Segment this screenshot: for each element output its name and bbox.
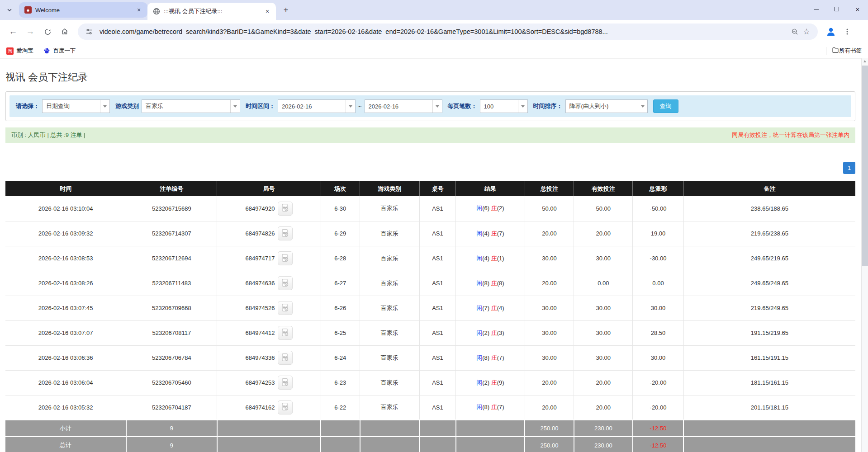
page-scrollbar[interactable] — [861, 58, 868, 452]
window-maximize-button[interactable] — [826, 0, 847, 18]
table-summary-row: 小计9250.00230.00-12.50 — [5, 420, 855, 437]
summary-total-bet: 250.00 — [525, 437, 574, 452]
window-minimize-button[interactable] — [806, 0, 826, 18]
cell-bet-id: 523206704187 — [126, 395, 217, 420]
all-bookmarks[interactable]: 所有书签 — [826, 47, 862, 55]
date-end-value: 2026-02-16 — [365, 103, 432, 110]
summary-round — [217, 437, 321, 452]
video-replay-button[interactable] — [278, 326, 293, 340]
summary-session — [321, 437, 360, 452]
cell-total-bet: 30.00 — [525, 296, 574, 320]
bet-records-table: 时间 注单编号 局号 场次 游戏类别 桌号 结果 总投注 有效投注 总派彩 备注… — [5, 181, 855, 452]
video-replay-button[interactable] — [278, 251, 293, 265]
video-replay-button[interactable] — [278, 376, 293, 390]
filter-panel: 请选择： 日期查询 游戏类别 百家乐 时间区间： 2026-02-16 ~ 20… — [5, 91, 855, 121]
bookmark-baidu[interactable]: 百度一下 — [43, 47, 76, 55]
site-settings-icon[interactable] — [83, 26, 95, 38]
dropdown-trigger-icon[interactable] — [432, 100, 442, 113]
result-player: 闲 — [476, 330, 482, 336]
video-replay-button[interactable] — [278, 202, 293, 216]
cell-table-no: AS1 — [419, 320, 456, 345]
bookmark-star-icon[interactable]: ☆ — [801, 26, 812, 38]
home-button[interactable] — [57, 24, 72, 39]
video-replay-button[interactable] — [278, 301, 293, 315]
tab-close-icon[interactable]: × — [135, 6, 143, 14]
game-kind-select[interactable]: 百家乐 — [142, 99, 240, 113]
page-size-select[interactable]: 100 — [480, 99, 528, 113]
cell-valid-bet: 30.00 — [574, 296, 633, 320]
header-valid-bet: 有效投注 — [574, 181, 633, 196]
new-tab-button[interactable]: + — [280, 4, 292, 16]
table-footer: 小计9250.00230.00-12.50总计9250.00230.00-12.… — [5, 420, 855, 452]
video-replay-button[interactable] — [278, 276, 293, 290]
scrollbar-up-arrow-icon[interactable] — [862, 58, 868, 65]
cell-result: 闲(4) 庄(7) — [456, 221, 525, 246]
browser-menu-icon[interactable] — [841, 26, 853, 38]
cell-table-no: AS1 — [419, 296, 456, 320]
zoom-out-icon[interactable] — [789, 26, 801, 38]
cell-bet-id: 523206715689 — [126, 196, 217, 221]
reload-button[interactable] — [40, 24, 55, 39]
cell-result: 闲(8) 庄(8) — [456, 271, 525, 296]
profile-avatar-icon[interactable] — [825, 26, 837, 38]
summary-note — [683, 437, 855, 452]
cell-round-id: 684974253 — [217, 370, 321, 395]
tab-welcome[interactable]: ♠ Welcome × — [19, 2, 147, 18]
date-end-select[interactable]: 2026-02-16 — [365, 99, 442, 113]
query-type-select[interactable]: 日期查询 — [42, 99, 110, 113]
bookmark-label: 百度一下 — [53, 47, 76, 55]
dropdown-trigger-icon[interactable] — [100, 100, 109, 113]
round-id-text: 684974920 — [245, 205, 275, 212]
result-player: 闲 — [476, 280, 482, 287]
forward-button[interactable]: → — [23, 24, 38, 39]
table-row: 2026-02-16 03:10:04523206715689684974920… — [5, 196, 855, 221]
cell-bet-id: 523206714307 — [126, 221, 217, 246]
summary-table — [419, 437, 456, 452]
dropdown-trigger-icon[interactable] — [230, 100, 240, 113]
result-player: 闲 — [476, 379, 482, 386]
header-total-bet: 总投注 — [525, 181, 574, 196]
cell-payout: 30.00 — [633, 345, 684, 370]
back-button[interactable]: ← — [5, 24, 21, 39]
header-game-kind: 游戏类别 — [360, 181, 420, 196]
tab-bar: ♠ Welcome × :::视讯 会员下注纪录::: × + × — [0, 0, 868, 20]
query-button[interactable]: 查询 — [653, 99, 678, 113]
summary-game — [360, 420, 420, 437]
address-bar[interactable]: videoie.com/game/betrecord_search/kind3?… — [78, 24, 818, 40]
cell-time: 2026-02-16 03:06:36 — [5, 345, 126, 370]
video-replay-button[interactable] — [278, 351, 293, 365]
date-start-select[interactable]: 2026-02-16 — [278, 99, 356, 113]
header-result: 结果 — [456, 181, 525, 196]
cell-total-bet: 20.00 — [525, 395, 574, 420]
cell-payout: 30.00 — [633, 296, 684, 320]
summary-note — [683, 420, 855, 437]
result-banker: 庄 — [491, 280, 497, 287]
cell-table-no: AS1 — [419, 345, 456, 370]
cell-bet-id: 523206706784 — [126, 345, 217, 370]
cell-result: 闲(2) 庄(9) — [456, 370, 525, 395]
result-banker: 庄 — [491, 330, 497, 336]
video-replay-button[interactable] — [278, 400, 293, 414]
cell-note: 191.15/219.65 — [683, 320, 855, 345]
window-close-button[interactable]: × — [847, 0, 868, 18]
tab-bet-records[interactable]: :::视讯 会员下注纪录::: × — [147, 3, 276, 20]
cell-valid-bet: 20.00 — [574, 221, 633, 246]
video-replay-button[interactable] — [278, 226, 293, 240]
tab-close-icon[interactable]: × — [263, 7, 271, 15]
dropdown-trigger-icon[interactable] — [346, 100, 355, 113]
summary-table — [419, 420, 456, 437]
round-id-text: 684974253 — [245, 379, 275, 386]
table-row: 2026-02-16 03:07:45523206709668684974526… — [5, 296, 855, 320]
dropdown-trigger-icon[interactable] — [518, 100, 527, 113]
dropdown-trigger-icon[interactable] — [638, 100, 647, 113]
page-1-button[interactable]: 1 — [843, 162, 855, 174]
cell-session: 6-29 — [321, 221, 360, 246]
summary-payout: -12.50 — [633, 420, 684, 437]
table-body: 2026-02-16 03:10:04523206715689684974920… — [5, 196, 855, 420]
summary-label: 总计 — [5, 437, 126, 452]
scrollbar-thumb[interactable] — [862, 66, 868, 266]
bookmark-aitaobao[interactable]: 淘 爱淘宝 — [6, 47, 33, 55]
page-title: 视讯 会员下注纪录 — [5, 71, 855, 84]
tab-search-button[interactable] — [3, 3, 16, 17]
sort-select[interactable]: 降幂(由大到小) — [565, 99, 648, 113]
